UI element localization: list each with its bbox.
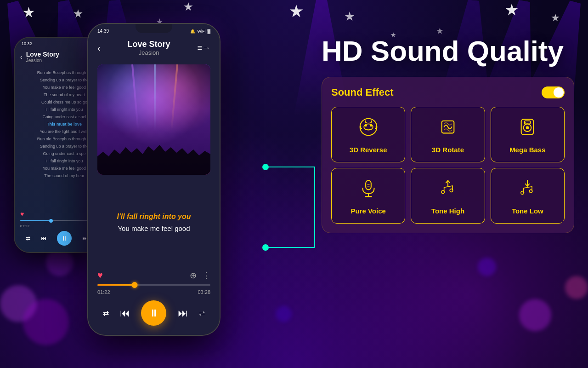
playlist-icon[interactable]: ≡→	[197, 43, 210, 53]
album-art	[97, 64, 210, 175]
panel-title: Sound Effect	[331, 86, 394, 98]
back-song-title: Love Story	[26, 51, 59, 58]
next-btn-front[interactable]: ⏭	[178, 307, 188, 319]
toggle-knob	[554, 87, 564, 98]
battery-icon: ▓	[207, 29, 210, 34]
mega-bass-icon	[516, 115, 539, 141]
heart-icon-back[interactable]: ♥	[20, 210, 24, 218]
svg-point-13	[525, 122, 526, 123]
play-pause-btn-front[interactable]: ⏸	[141, 300, 166, 326]
play-pause-btn-back[interactable]: ⏸	[57, 231, 72, 246]
prev-btn-front[interactable]: ⏮	[120, 307, 130, 319]
wifi-icon: WiFi	[197, 29, 205, 34]
back-artist: Jeasion	[26, 58, 59, 63]
effect-tone-low[interactable]: Tone Low	[491, 168, 565, 224]
back-time: 10:32	[22, 41, 32, 46]
svg-rect-14	[366, 180, 371, 190]
back-time-current: 01:22	[20, 224, 29, 228]
shuffle-btn-back[interactable]: ⇄	[26, 235, 30, 242]
effect-mega-bass[interactable]: Mega Bass	[491, 107, 565, 162]
svg-point-5	[360, 119, 377, 136]
shuffle-btn-front[interactable]: ⇄	[103, 309, 109, 317]
main-controls: ⇄ ⏮ ⏸ ⏭ ⇌	[97, 300, 210, 326]
lyrics-display: I'll fall ringht into you You make me fe…	[88, 179, 220, 265]
mega-bass-label: Mega Bass	[509, 146, 545, 154]
zoom-icon[interactable]: ⊕	[190, 270, 197, 281]
lyric-active-front: I'll fall ringht into you	[97, 213, 210, 221]
prev-btn-back[interactable]: ⏮	[41, 235, 46, 242]
pure-voice-icon	[357, 177, 380, 202]
svg-point-6	[364, 124, 367, 126]
player-controls: ♥ ⊕ ⋮ 01:22 03:28 ⇄ ⏮ ⏸ ⏭ ⇌	[88, 265, 220, 335]
notification-icon: 🔔	[190, 29, 195, 34]
player-header: ‹ Love Story Jeasion ≡→	[88, 36, 220, 60]
tone-high-icon	[436, 177, 459, 202]
hd-title: HD Sound Quality	[322, 37, 574, 65]
progress-track-front[interactable]	[97, 284, 210, 286]
lyric-next-front: You make me feel good	[97, 224, 210, 232]
panel-header: Sound Effect	[331, 86, 565, 98]
tone-low-label: Tone Low	[512, 207, 543, 215]
3d-rotate-label: 3D Rotate	[432, 146, 464, 154]
3d-rotate-icon	[436, 115, 459, 141]
more-icon[interactable]: ⋮	[202, 270, 210, 281]
effect-3d-reverse[interactable]: 3D Reverse	[331, 107, 405, 162]
time-total-front: 03:28	[198, 289, 210, 295]
3d-reverse-icon	[357, 115, 380, 141]
effect-pure-voice[interactable]: Pure Voice	[331, 168, 405, 224]
svg-point-22	[529, 190, 532, 193]
svg-point-7	[370, 124, 372, 126]
effects-grid: 3D Reverse 3D Rotate	[331, 107, 565, 224]
tone-low-icon	[516, 177, 539, 202]
phone-front: 14:39 🔔 WiFi ▓ ‹ Love Story Jeasion ≡→	[87, 23, 220, 336]
front-time: 14:39	[97, 29, 109, 34]
status-icons: 🔔 WiFi ▓	[190, 29, 210, 34]
effect-tone-high[interactable]: Tone High	[411, 168, 485, 224]
effect-3d-rotate[interactable]: 3D Rotate	[411, 107, 485, 162]
front-artist: Jeasion	[128, 49, 170, 56]
back-button-front[interactable]: ‹	[97, 43, 101, 53]
pure-voice-label: Pure Voice	[351, 207, 385, 215]
tone-high-label: Tone High	[431, 207, 464, 215]
front-song-title: Love Story	[128, 40, 170, 49]
svg-point-11	[526, 126, 529, 129]
toggle-switch[interactable]	[542, 86, 565, 98]
back-button-small[interactable]: ‹	[20, 53, 23, 61]
sound-panel-area: HD Sound Quality Sound Effect	[322, 37, 574, 233]
phone-notch	[136, 24, 172, 33]
repeat-btn-front[interactable]: ⇌	[199, 309, 205, 317]
time-current-front: 01:22	[97, 289, 110, 295]
3d-reverse-label: 3D Reverse	[350, 146, 387, 154]
heart-btn-front[interactable]: ♥	[97, 270, 103, 281]
sound-effect-panel: Sound Effect	[322, 77, 574, 233]
